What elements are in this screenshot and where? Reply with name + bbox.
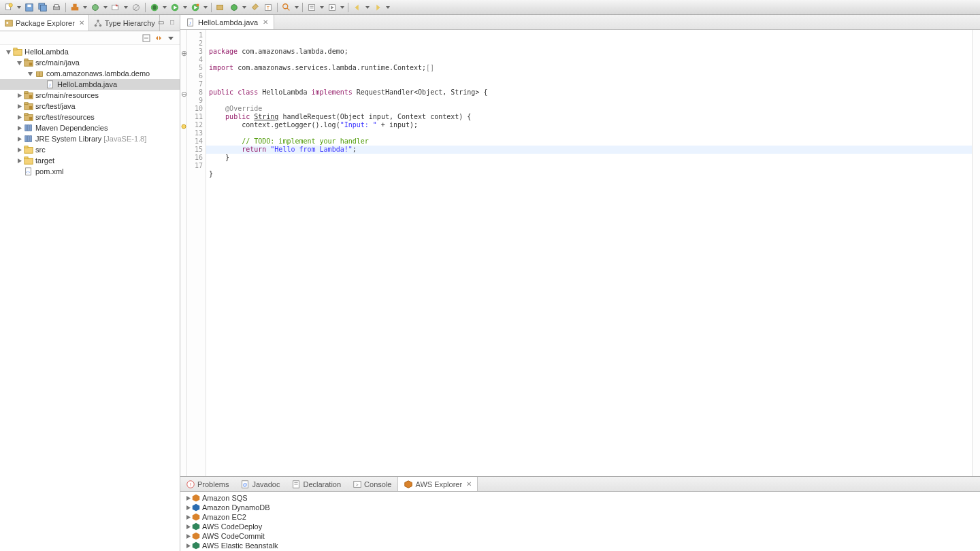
bottom-tab-declaration[interactable]: Declaration — [286, 477, 347, 491]
twisty-icon[interactable] — [184, 541, 191, 550]
dropdown-icon[interactable] — [294, 2, 299, 13]
toolbar-pin-icon[interactable] — [248, 2, 261, 13]
dropdown-icon[interactable] — [103, 2, 108, 13]
dropdown-icon[interactable] — [82, 2, 88, 13]
tree-node-src-test-java[interactable]: src/test/java — [0, 101, 180, 112]
twisty-icon[interactable] — [37, 80, 45, 88]
aws-node-amazon-dynamodb[interactable]: Amazon DynamoDB — [180, 503, 980, 512]
twisty-icon[interactable] — [184, 494, 191, 502]
aws-node-aws-codecommit[interactable]: AWS CodeCommit — [180, 531, 980, 541]
toolbar-new-dropdown-icon[interactable] — [228, 2, 240, 13]
tab-type-hierarchy[interactable]: Type Hierarchy — [89, 15, 160, 31]
toolbar-back-icon[interactable] — [351, 2, 363, 13]
tree-node-src-main-java[interactable]: src/main/java — [0, 57, 180, 68]
aws-explorer-tree[interactable]: Amazon SQSAmazon DynamoDBAmazon EC2AWS C… — [180, 492, 980, 551]
toolbar-run-icon[interactable] — [169, 2, 181, 13]
tree-node-hellolambda-java[interactable]: JHelloLambda.java — [0, 79, 180, 90]
minimize-icon[interactable]: ▭ — [156, 17, 165, 27]
close-icon[interactable]: ✕ — [263, 18, 268, 26]
bottom-tab-console[interactable]: >Console — [347, 477, 397, 491]
twisty-icon[interactable] — [4, 48, 12, 56]
twisty-icon[interactable] — [15, 124, 23, 132]
twisty-icon[interactable] — [26, 69, 34, 78]
code-line-9[interactable]: public String handleRequest(Object input… — [206, 113, 980, 121]
code-line-3[interactable]: import com.amazonaws.services.lambda.run… — [206, 64, 980, 72]
package-tree[interactable]: HelloLambdasrc/main/javacom.amazonaws.la… — [0, 45, 180, 551]
twisty-icon[interactable] — [15, 59, 23, 67]
dropdown-icon[interactable] — [162, 2, 167, 13]
twisty-icon[interactable] — [15, 167, 23, 176]
toolbar-new-icon[interactable] — [3, 2, 15, 13]
dropdown-icon[interactable] — [123, 2, 129, 13]
toolbar-run-last-icon[interactable] — [189, 2, 201, 13]
toolbar-debug-icon[interactable] — [89, 2, 101, 13]
tab-package-explorer[interactable]: Package Explorer ✕ — [0, 15, 89, 31]
maximize-icon[interactable]: □ — [167, 17, 177, 27]
twisty-icon[interactable] — [15, 91, 23, 99]
aws-node-aws-codedeploy[interactable]: AWS CodeDeploy — [180, 522, 980, 531]
code-area[interactable]: package com.amazonaws.lambda.demo;import… — [206, 30, 980, 476]
tree-node-src-test-resources[interactable]: src/test/resources — [0, 112, 180, 122]
toolbar-print-icon[interactable] — [50, 2, 63, 13]
code-line-1[interactable]: package com.amazonaws.lambda.demo; — [206, 48, 980, 56]
aws-node-amazon-ec2[interactable]: Amazon EC2 — [180, 512, 980, 522]
toolbar-annotations-icon[interactable] — [306, 2, 318, 13]
dropdown-icon[interactable] — [340, 2, 345, 13]
dropdown-icon[interactable] — [182, 2, 188, 13]
dropdown-icon[interactable] — [203, 2, 208, 13]
editor-tab-hellolambda[interactable]: J HelloLambda.java ✕ — [180, 15, 274, 29]
twisty-icon[interactable] — [15, 156, 23, 165]
tree-node-src-main-resources[interactable]: src/main/resources — [0, 90, 180, 101]
toolbar-build-icon[interactable] — [69, 2, 81, 13]
twisty-icon[interactable] — [184, 503, 191, 512]
tree-node-target[interactable]: target — [0, 155, 180, 166]
toolbar-forward-icon[interactable] — [372, 2, 384, 13]
toolbar-debug-run-icon[interactable] — [148, 2, 161, 13]
code-line-2[interactable] — [206, 56, 980, 64]
code-line-15[interactable] — [206, 162, 980, 170]
code-line-11[interactable] — [206, 129, 980, 137]
aws-node-amazon-sqs[interactable]: Amazon SQS — [180, 493, 980, 503]
toolbar-external-icon[interactable] — [110, 2, 122, 13]
twisty-icon[interactable] — [184, 513, 191, 521]
tree-node-pom-xml[interactable]: <>pom.xml — [0, 166, 180, 177]
code-line-6[interactable]: public class HelloLambda implements Requ… — [206, 88, 980, 97]
collapse-all-icon[interactable] — [142, 33, 151, 43]
code-line-10[interactable]: context.getLogger().log("Input: " + inpu… — [206, 121, 980, 129]
toolbar-new-package-icon[interactable] — [214, 2, 227, 13]
toolbar-save-all-icon[interactable] — [37, 2, 49, 13]
code-line-12[interactable]: // TODO: implement your handler — [206, 137, 980, 146]
code-line-17[interactable] — [206, 178, 980, 186]
view-menu-icon[interactable] — [166, 33, 176, 43]
bottom-tab-problems[interactable]: !Problems — [180, 477, 235, 491]
code-line-8[interactable]: @Override — [206, 105, 980, 113]
code-line-7[interactable] — [206, 97, 980, 105]
dropdown-icon[interactable] — [16, 2, 22, 13]
twisty-icon[interactable] — [184, 522, 191, 531]
bottom-tab-aws-explorer[interactable]: AWS Explorer✕ — [397, 477, 478, 491]
toolbar-save-icon[interactable] — [23, 2, 35, 13]
twisty-icon[interactable] — [15, 113, 23, 121]
tree-node-com-amazonaws-lambda-demo[interactable]: com.amazonaws.lambda.demo — [0, 68, 180, 79]
twisty-icon[interactable] — [15, 102, 23, 110]
tree-node-hellolambda[interactable]: HelloLambda — [0, 46, 180, 57]
toolbar-next-icon[interactable] — [326, 2, 338, 13]
dropdown-icon[interactable] — [242, 2, 247, 13]
dropdown-icon[interactable] — [319, 2, 325, 13]
dropdown-icon[interactable] — [385, 2, 391, 13]
toolbar-search-icon[interactable] — [280, 2, 293, 13]
toolbar-open-type-icon[interactable]: T — [262, 2, 274, 13]
twisty-icon[interactable] — [15, 135, 23, 143]
dropdown-icon[interactable] — [365, 2, 370, 13]
tree-node-src[interactable]: src — [0, 144, 180, 155]
code-line-16[interactable]: } — [206, 170, 980, 178]
twisty-icon[interactable] — [15, 146, 23, 154]
close-icon[interactable]: ✕ — [466, 480, 472, 488]
close-icon[interactable]: ✕ — [79, 19, 84, 27]
code-line-5[interactable] — [206, 80, 980, 88]
toolbar-skip-icon[interactable] — [130, 2, 142, 13]
aws-node-aws-elastic-beanstalk[interactable]: AWS Elastic Beanstalk — [180, 541, 980, 550]
bottom-tab-javadoc[interactable]: @Javadoc — [235, 477, 286, 491]
tree-node-maven-dependencies[interactable]: Maven Dependencies — [0, 122, 180, 133]
twisty-icon[interactable] — [184, 532, 191, 540]
